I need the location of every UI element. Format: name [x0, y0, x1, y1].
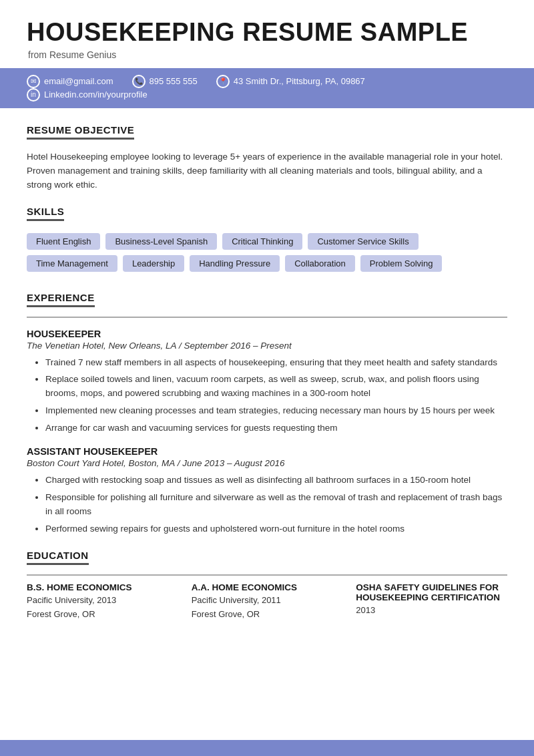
experience-label: EXPERIENCE — [27, 292, 95, 307]
objective-section: RESUME OBJECTIVE Hotel Housekeeping empl… — [27, 124, 507, 192]
edu2-school: Pacific University, 2011 — [192, 594, 343, 607]
job1-company: The Venetian Hotel, New Orleans, LA — [27, 341, 176, 351]
list-item: Arrange for car wash and vacuuming servi… — [45, 421, 507, 435]
education-divider — [27, 574, 507, 576]
job2-bullets: Charged with restocking soap and tissues… — [27, 474, 507, 536]
list-item: Implemented new cleaning processes and t… — [45, 404, 507, 418]
edu1-degree: B.S. HOME ECONOMICS — [27, 582, 178, 592]
header-section: HOUSEKEEPING RESUME SAMPLE from Resume G… — [0, 0, 534, 68]
edu-item-2: A.A. HOME ECONOMICS Pacific University, … — [192, 582, 343, 621]
edu3-degree: OSHA SAFETY GUIDELINES FOR HOUSEKEEPING … — [356, 582, 507, 602]
skill-customer-service: Customer Service Skills — [308, 233, 418, 250]
linkedin-icon: in — [27, 88, 40, 102]
list-item: Trained 7 new staff members in all aspec… — [45, 356, 507, 370]
contact-linkedin: in Linkedin.com/in/yourprofile — [27, 88, 148, 102]
education-section: EDUCATION B.S. HOME ECONOMICS Pacific Un… — [27, 550, 507, 621]
job1-meta: The Venetian Hotel, New Orleans, LA / Se… — [27, 341, 507, 351]
skill-business-spanish: Business-Level Spanish — [105, 233, 217, 250]
edu-item-3: OSHA SAFETY GUIDELINES FOR HOUSEKEEPING … — [356, 582, 507, 621]
contact-address: 📍 43 Smith Dr., Pittsburg, PA, 09867 — [216, 75, 365, 88]
contact-phone: 📞 895 555 555 — [132, 75, 198, 88]
skill-collaboration: Collaboration — [285, 255, 355, 272]
list-item: Charged with restocking soap and tissues… — [45, 474, 507, 488]
list-item: Replace soiled towels and linen, vacuum … — [45, 373, 507, 401]
education-grid: B.S. HOME ECONOMICS Pacific University, … — [27, 582, 507, 621]
experience-divider — [27, 317, 507, 318]
location-icon: 📍 — [216, 75, 230, 88]
edu3-school: 2013 — [356, 604, 507, 617]
footer-bar — [0, 740, 534, 756]
edu2-location: Forest Grove, OR — [192, 608, 343, 621]
experience-section: EXPERIENCE HOUSEKEEPER The Venetian Hote… — [27, 285, 507, 536]
edu1-school: Pacific University, 2013 — [27, 594, 178, 607]
job2-meta: Boston Court Yard Hotel, Boston, MA / Ju… — [27, 458, 507, 468]
skill-leadership: Leadership — [123, 255, 184, 272]
skill-time-management: Time Management — [27, 255, 117, 272]
education-label: EDUCATION — [27, 550, 89, 565]
skills-label: SKILLS — [27, 206, 64, 221]
resume-page: HOUSEKEEPING RESUME SAMPLE from Resume G… — [0, 0, 534, 756]
objective-text: Hotel Housekeeping employee looking to l… — [27, 150, 507, 192]
email-icon: ✉ — [27, 75, 40, 88]
job2-dates: June 2013 – August 2016 — [182, 458, 284, 468]
job1-title: HOUSEKEEPER — [27, 329, 507, 339]
main-title: HOUSEKEEPING RESUME SAMPLE — [27, 19, 507, 47]
job1-dates: September 2016 – Present — [184, 341, 291, 351]
contact-email: ✉ email@gmail.com — [27, 75, 113, 88]
subtitle: from Resume Genius — [27, 49, 507, 60]
phone-icon: 📞 — [132, 75, 146, 88]
list-item: Performed sewing repairs for guests and … — [45, 522, 507, 536]
skills-container: Fluent English Business-Level Spanish Cr… — [27, 233, 507, 272]
job1-bullets: Trained 7 new staff members in all aspec… — [27, 356, 507, 436]
skill-critical-thinking: Critical Thinking — [222, 233, 302, 250]
objective-label: RESUME OBJECTIVE — [27, 124, 134, 140]
job2-company: Boston Court Yard Hotel, Boston, MA — [27, 458, 175, 468]
main-content: RESUME OBJECTIVE Hotel Housekeeping empl… — [0, 108, 534, 740]
edu1-location: Forest Grove, OR — [27, 608, 178, 621]
skill-handling-pressure: Handling Pressure — [190, 255, 280, 272]
list-item: Responsible for polishing all furniture … — [45, 491, 507, 519]
edu2-degree: A.A. HOME ECONOMICS — [192, 582, 343, 592]
edu-item-1: B.S. HOME ECONOMICS Pacific University, … — [27, 582, 178, 621]
contact-bar: ✉ email@gmail.com 📞 895 555 555 📍 43 Smi… — [0, 68, 534, 108]
job2-title: ASSISTANT HOUSEKEEPER — [27, 446, 507, 457]
skills-section: SKILLS Fluent English Business-Level Spa… — [27, 206, 507, 272]
skill-fluent-english: Fluent English — [27, 233, 100, 250]
skill-problem-solving: Problem Solving — [360, 255, 443, 272]
